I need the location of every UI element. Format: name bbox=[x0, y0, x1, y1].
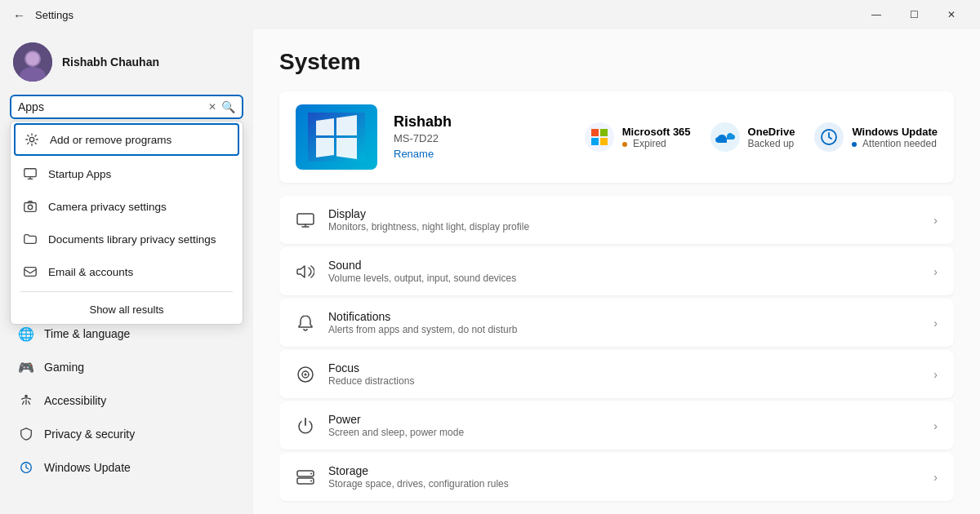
focus-icon bbox=[296, 365, 315, 384]
sound-text: Sound Volume levels, output, input, soun… bbox=[328, 259, 920, 284]
svg-rect-8 bbox=[24, 268, 36, 277]
sidebar-item-accessibility[interactable]: Accessibility bbox=[5, 384, 248, 417]
settings-row-power[interactable]: Power Screen and sleep, power mode › bbox=[279, 401, 954, 450]
computer-name: Rishabh bbox=[394, 113, 568, 131]
winupdate-text: Windows Update Attention needed bbox=[852, 126, 938, 149]
windows-update-label: Windows Update bbox=[44, 461, 131, 474]
storage-chevron: › bbox=[933, 471, 938, 484]
system-card: Rishabh MS-7D22 Rename bbox=[279, 91, 954, 183]
windows-logo-wrap bbox=[296, 104, 377, 170]
display-text: Display Monitors, brightness, night ligh… bbox=[328, 207, 920, 233]
search-box: ✕ 🔍 Add or remove programs bbox=[10, 95, 243, 119]
focus-title: Focus bbox=[328, 361, 920, 374]
quick-link-winupdate[interactable]: Windows Update Attention needed bbox=[814, 122, 938, 152]
titlebar-left: ← Settings bbox=[13, 8, 74, 22]
focus-text: Focus Reduce distractions bbox=[328, 361, 920, 387]
winupdate-subtitle: Attention needed bbox=[852, 138, 938, 149]
gaming-label: Gaming bbox=[44, 361, 84, 374]
ms365-text: Microsoft 365 Expired bbox=[622, 126, 691, 149]
winupdate-dot bbox=[852, 142, 857, 147]
computer-model: MS-7D22 bbox=[394, 132, 568, 144]
dropdown-item-camera[interactable]: Camera privacy settings bbox=[11, 190, 243, 223]
power-subtitle: Screen and sleep, power mode bbox=[328, 427, 920, 438]
dropdown-item-startup[interactable]: Startup Apps bbox=[11, 157, 243, 190]
winupdate-title: Windows Update bbox=[852, 126, 938, 138]
dropdown-item-add-remove[interactable]: Add or remove programs bbox=[14, 123, 239, 156]
svg-point-22 bbox=[310, 472, 312, 474]
svg-point-7 bbox=[28, 205, 32, 209]
quick-links: Microsoft 365 Expired bbox=[585, 122, 938, 152]
ms365-title: Microsoft 365 bbox=[622, 126, 691, 138]
dropdown-item-email[interactable]: Email & accounts bbox=[11, 255, 243, 288]
quick-link-ms365[interactable]: Microsoft 365 Expired bbox=[585, 122, 691, 152]
sidebar: Rishabh Chauhan ✕ 🔍 Add bbox=[0, 29, 253, 514]
gear-icon bbox=[24, 131, 40, 148]
search-input[interactable] bbox=[18, 100, 203, 113]
sidebar-item-windows-update[interactable]: Windows Update bbox=[5, 451, 248, 484]
power-icon bbox=[296, 416, 315, 436]
search-icon[interactable]: 🔍 bbox=[221, 100, 235, 113]
display-subtitle: Monitors, brightness, night light, displ… bbox=[328, 221, 920, 233]
winupdate-icon bbox=[814, 122, 844, 152]
ms365-dot bbox=[622, 142, 627, 147]
sound-icon bbox=[296, 262, 315, 281]
svg-rect-11 bbox=[591, 129, 599, 136]
startup-apps-label: Startup Apps bbox=[48, 168, 111, 180]
shield-icon bbox=[18, 426, 34, 442]
gaming-icon: 🎮 bbox=[18, 359, 34, 375]
settings-row-display[interactable]: Display Monitors, brightness, night ligh… bbox=[279, 196, 954, 244]
storage-subtitle: Storage space, drives, configuration rul… bbox=[328, 478, 920, 490]
onedrive-subtitle: Backed up bbox=[748, 138, 795, 149]
sidebar-item-gaming[interactable]: 🎮 Gaming bbox=[5, 351, 248, 383]
quick-link-onedrive[interactable]: OneDrive Backed up bbox=[710, 122, 795, 152]
svg-rect-13 bbox=[591, 138, 599, 145]
notifications-title: Notifications bbox=[328, 310, 920, 323]
sidebar-nav: 🌐 Time & language 🎮 Gaming Accessibility bbox=[0, 313, 253, 514]
close-button[interactable]: ✕ bbox=[933, 2, 970, 28]
settings-row-sound[interactable]: Sound Volume levels, output, input, soun… bbox=[279, 247, 954, 295]
svg-point-19 bbox=[305, 373, 307, 375]
titlebar: ← Settings — ☐ ✕ bbox=[0, 0, 980, 29]
storage-title: Storage bbox=[328, 464, 920, 477]
divider bbox=[20, 291, 233, 292]
notifications-text: Notifications Alerts from apps and syste… bbox=[328, 310, 920, 335]
settings-row-notifications[interactable]: Notifications Alerts from apps and syste… bbox=[279, 299, 954, 347]
show-all-results[interactable]: Show all results bbox=[11, 295, 243, 324]
maximize-button[interactable]: ☐ bbox=[895, 2, 933, 28]
svg-rect-14 bbox=[600, 138, 608, 145]
svg-point-23 bbox=[310, 480, 312, 481]
settings-row-focus[interactable]: Focus Reduce distractions › bbox=[279, 350, 954, 398]
svg-rect-6 bbox=[24, 203, 36, 212]
ms365-subtitle: Expired bbox=[622, 138, 691, 149]
back-button[interactable]: ← bbox=[13, 8, 25, 22]
dropdown-item-docs[interactable]: Documents library privacy settings bbox=[11, 223, 243, 255]
search-dropdown: Add or remove programs Startup Apps bbox=[10, 121, 243, 325]
privacy-security-label: Privacy & security bbox=[44, 428, 135, 441]
svg-point-9 bbox=[24, 395, 28, 398]
ms365-icon bbox=[585, 122, 614, 152]
display-title: Display bbox=[328, 207, 920, 220]
notifications-chevron: › bbox=[933, 317, 938, 330]
docs-library-label: Documents library privacy settings bbox=[48, 233, 216, 246]
onedrive-title: OneDrive bbox=[748, 126, 795, 138]
sound-title: Sound bbox=[328, 259, 920, 272]
minimize-button[interactable]: — bbox=[858, 2, 895, 28]
notifications-icon bbox=[296, 313, 315, 333]
folder-icon bbox=[22, 231, 38, 247]
time-language-label: Time & language bbox=[44, 327, 130, 340]
avatar bbox=[13, 42, 52, 82]
user-section[interactable]: Rishabh Chauhan bbox=[0, 29, 253, 91]
titlebar-controls: — ☐ ✕ bbox=[858, 2, 970, 28]
onedrive-icon bbox=[710, 122, 740, 152]
sidebar-item-privacy[interactable]: Privacy & security bbox=[5, 418, 248, 450]
monitor-icon bbox=[22, 166, 38, 182]
svg-point-3 bbox=[26, 52, 39, 65]
system-info: Rishabh MS-7D22 Rename bbox=[394, 113, 568, 161]
notifications-subtitle: Alerts from apps and system, do not dist… bbox=[328, 324, 920, 335]
rename-link[interactable]: Rename bbox=[394, 148, 434, 160]
settings-row-storage[interactable]: Storage Storage space, drives, configura… bbox=[279, 453, 954, 501]
camera-privacy-label: Camera privacy settings bbox=[48, 201, 167, 213]
main-content: System bbox=[253, 29, 980, 514]
clear-search-icon[interactable]: ✕ bbox=[207, 100, 218, 114]
display-chevron: › bbox=[933, 214, 938, 227]
